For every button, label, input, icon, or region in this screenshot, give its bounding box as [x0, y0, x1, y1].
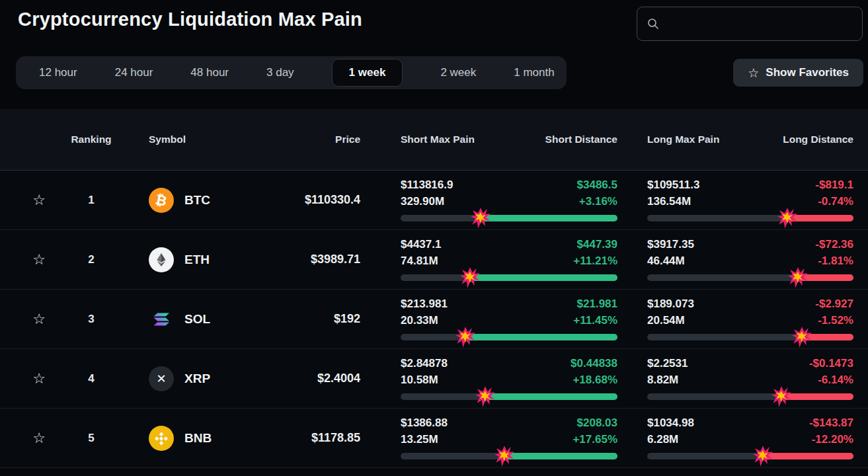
price-value: $2.4004	[268, 372, 360, 385]
table-row-bnb[interactable]: ☆ 5 BNB $1178.85 $1386.88$208.03 13.25M+…	[0, 409, 868, 468]
tab-2-week[interactable]: 2 week	[440, 66, 476, 79]
tab-1-week[interactable]: 1 week	[332, 59, 403, 87]
short-distance-pct: +3.16%	[579, 195, 617, 208]
tab-1-month[interactable]: 1 month	[514, 66, 554, 79]
long-max-pain-value: $189.073	[647, 298, 694, 311]
long-volume-value: 136.54M	[647, 195, 691, 208]
symbol-label: BTC	[184, 193, 210, 208]
long-liquidation-bar	[647, 215, 853, 221]
price-value: $192	[268, 312, 360, 326]
long-distance-pct: -1.52%	[818, 314, 853, 327]
short-liquidation-bar	[401, 453, 617, 459]
page-title: Cryptocurrency Liquidation Max Pain	[18, 7, 362, 30]
rank-value: 4	[60, 372, 122, 385]
long-distance-value: -$0.1473	[809, 357, 853, 370]
price-value: $3989.71	[268, 253, 360, 266]
long-liquidation-bar	[647, 393, 853, 400]
short-max-pain-value: $213.981	[401, 298, 448, 311]
long-distance-pct: -0.74%	[818, 195, 853, 208]
long-distance-value: -$72.36	[815, 238, 853, 251]
long-volume-value: 8.82M	[647, 374, 678, 387]
favorite-star-icon[interactable]: ☆	[18, 431, 60, 446]
favorite-star-icon[interactable]: ☆	[18, 312, 60, 327]
favorite-star-icon[interactable]: ☆	[18, 253, 60, 267]
tab-3-day[interactable]: 3 day	[266, 66, 294, 79]
short-liquidation-bar	[401, 215, 617, 221]
price-value: $1178.85	[268, 431, 360, 445]
short-distance-value: $21.981	[577, 298, 617, 311]
short-volume-value: 74.81M	[401, 255, 438, 268]
search-box[interactable]	[637, 7, 863, 41]
short-liquidation-bar	[401, 393, 617, 400]
short-pain-group: $113816.9$3486.5 329.90M+3.16%	[401, 178, 617, 221]
short-pain-group: $4437.1$447.39 74.81M+11.21%	[401, 238, 617, 281]
ranking-column-header: Ranking	[60, 134, 122, 145]
search-input[interactable]	[666, 18, 853, 30]
table-row-eth[interactable]: ☆ 2 ETH $3989.71 $4437.1$447.39 74.81M+1…	[0, 230, 868, 290]
show-favorites-label: Show Favorites	[766, 66, 849, 79]
long-max-pain-value: $109511.3	[647, 178, 699, 192]
price-column-header: Price	[268, 134, 360, 145]
long-max-pain-value: $3917.35	[647, 238, 694, 251]
short-distance-pct: +18.68%	[572, 374, 617, 387]
long-volume-value: 20.54M	[647, 314, 685, 327]
long-pain-group: $109511.3-$819.1 136.54M-0.74%	[647, 178, 853, 221]
short-volume-value: 13.25M	[401, 433, 438, 446]
symbol-label: ETH	[184, 253, 210, 267]
xrp-icon: ✕	[149, 366, 174, 391]
short-max-pain-value: $113816.9	[401, 178, 453, 192]
long-distance-pct: -1.81%	[818, 255, 853, 268]
tab-48-hour[interactable]: 48 hour	[190, 66, 229, 79]
long-distance-value: -$143.87	[809, 416, 853, 430]
table-row-xrp[interactable]: ☆ 4 ✕ XRP $2.4004 $2.84878$0.44838 10.58…	[0, 349, 868, 409]
long-liquidation-bar	[647, 274, 853, 281]
tab-24-hour[interactable]: 24 hour	[115, 66, 153, 79]
long-max-pain-value: $1034.98	[647, 416, 694, 430]
long-distance-column-header: Long Distance	[783, 134, 853, 145]
symbol-column-header: Symbol	[122, 134, 268, 145]
short-distance-pct: +17.65%	[572, 433, 617, 446]
short-liquidation-bar	[401, 334, 617, 340]
short-distance-value: $3486.5	[577, 178, 617, 192]
long-volume-value: 6.28M	[647, 433, 678, 446]
page-header: Cryptocurrency Liquidation Max Pain	[0, 0, 868, 41]
short-pain-group: $213.981$21.981 20.33M+11.45%	[401, 298, 617, 340]
controls-row: 12 hour 24 hour 48 hour 3 day 1 week 2 w…	[16, 56, 863, 89]
short-distance-pct: +11.45%	[573, 314, 617, 327]
sol-icon	[149, 307, 174, 332]
short-max-pain-value: $1386.88	[401, 416, 448, 430]
short-distance-value: $447.39	[577, 238, 617, 251]
btc-icon: ₿	[149, 188, 174, 213]
short-max-pain-value: $2.84878	[401, 357, 448, 370]
short-volume-value: 10.58M	[401, 374, 438, 387]
rank-value: 2	[60, 253, 122, 266]
short-liquidation-bar	[401, 274, 617, 281]
table-header-row: Ranking Symbol Price Short Max Pain Shor…	[0, 109, 868, 171]
symbol-label: XRP	[184, 372, 210, 386]
table-row-sol[interactable]: ☆ 3 SOL $192 $213.981$21.981 20.33M+11.4…	[0, 290, 868, 349]
table-row-btc[interactable]: ☆ 1 ₿ BTC $110330.4 $113816.9$3486.5 329…	[0, 171, 868, 230]
long-distance-pct: -12.20%	[812, 433, 853, 446]
favorite-star-icon[interactable]: ☆	[18, 372, 60, 386]
short-distance-column-header: Short Distance	[545, 134, 617, 145]
favorite-star-icon[interactable]: ☆	[18, 193, 60, 208]
long-pain-group: $1034.98-$143.87 6.28M-12.20%	[647, 416, 853, 459]
bnb-icon	[149, 426, 174, 451]
search-icon	[647, 17, 660, 30]
symbol-label: SOL	[184, 312, 210, 327]
short-volume-value: 20.33M	[401, 314, 438, 327]
rank-value: 5	[60, 432, 122, 445]
long-pain-group: $2.2531-$0.1473 8.82M-6.14%	[647, 357, 853, 400]
symbol-label: BNB	[184, 431, 212, 446]
tab-12-hour[interactable]: 12 hour	[39, 66, 77, 79]
long-max-pain-column-header: Long Max Pain	[647, 134, 719, 145]
long-pain-group: $3917.35-$72.36 46.44M-1.81%	[647, 238, 853, 281]
long-distance-pct: -6.14%	[818, 374, 853, 387]
short-distance-pct: +11.21%	[573, 255, 617, 268]
show-favorites-button[interactable]: ☆ Show Favorites	[733, 59, 863, 87]
long-volume-value: 46.44M	[647, 255, 685, 268]
short-volume-value: 329.90M	[401, 195, 444, 208]
short-max-pain-value: $4437.1	[401, 238, 441, 251]
short-distance-value: $0.44838	[571, 357, 617, 370]
short-max-pain-column-header: Short Max Pain	[401, 134, 475, 145]
